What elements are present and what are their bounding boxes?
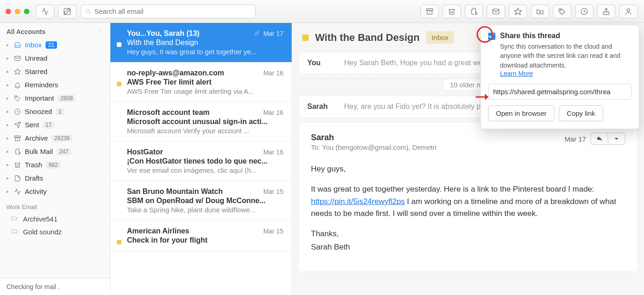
count-badge: 26236: [52, 135, 72, 142]
disclosure-icon: ▸: [6, 162, 11, 167]
svg-rect-4: [427, 10, 432, 14]
sidebar-item-drafts[interactable]: ▸Drafts: [3, 171, 107, 185]
sidebar-item-unread[interactable]: ▸Unread: [3, 51, 107, 65]
accounts-dropdown-icon[interactable]: [97, 28, 104, 35]
maximize-window-button[interactable]: [24, 9, 29, 14]
thread-date: Mar 16: [263, 69, 283, 77]
sidebar-item-label: Reminders: [25, 81, 58, 89]
svg-point-10: [560, 9, 561, 10]
archive-button[interactable]: [420, 5, 439, 18]
message-from: Sarah: [311, 133, 437, 142]
sidebar-item-label: Inbox: [25, 41, 42, 49]
sidebar-item-trash[interactable]: ▸Trash682: [3, 158, 107, 171]
learn-more-link[interactable]: Learn More: [500, 70, 533, 77]
profile-button[interactable]: [619, 5, 638, 18]
disclosure-icon: ▸: [6, 149, 11, 154]
chevron-down-icon[interactable]: [608, 133, 625, 144]
folder-chip[interactable]: Inbox: [426, 31, 454, 44]
thread-date: Mar 16: [263, 148, 283, 156]
thread-item[interactable]: HostGatorMar 16¡Con HostGator tienes tod…: [110, 142, 292, 181]
spam-button[interactable]: [465, 5, 483, 18]
reply-dropdown[interactable]: [591, 133, 625, 145]
share-url[interactable]: https://shared.getmailspring.com/threa: [488, 84, 632, 100]
share-checkbox[interactable]: [488, 33, 495, 40]
disclosure-icon: ▸: [6, 189, 11, 194]
label-button[interactable]: [553, 5, 571, 18]
thread-from: Microsoft account team: [127, 108, 210, 117]
thread-date: Mar 16: [263, 109, 283, 116]
thread-subject: Check in for your flight: [127, 236, 283, 244]
thread-item[interactable]: You...You, Sarah (13)Mar 17With the Band…: [110, 23, 292, 62]
message-body: Hey guys, It was great to get together y…: [311, 163, 625, 253]
sidebar-item-label: Unread: [25, 54, 47, 62]
svg-marker-15: [14, 68, 20, 74]
thread-subject: Microsoft account unusual sign-in acti..…: [127, 118, 283, 126]
thread-color-tag: [302, 34, 309, 41]
thread-item[interactable]: San Bruno Mountain WatchMar 15SBM on Ope…: [110, 181, 292, 221]
copy-link-button[interactable]: Copy link: [559, 105, 603, 121]
thread-item[interactable]: Microsoft account teamMar 16Microsoft ac…: [110, 102, 292, 142]
sidebar-item-starred[interactable]: ▸Starred: [3, 65, 107, 78]
mail-icon: [13, 55, 22, 62]
unread-indicator: [117, 82, 121, 86]
folder-icon: [11, 227, 20, 236]
sidebar-item-label: Bulk Mail: [25, 148, 53, 155]
sidebar-item-label: Snoozed: [25, 108, 52, 115]
svg-point-13: [627, 9, 630, 11]
thread-date: Mar 15: [263, 188, 283, 195]
clock-icon: [13, 108, 22, 115]
sidebar-item-important[interactable]: ▸Important2609: [3, 91, 107, 105]
thread-snippet: Hey guys, It was great to get together y…: [127, 48, 283, 56]
subfolder-item[interactable]: Archive541: [3, 212, 107, 225]
activity-button[interactable]: [36, 5, 54, 18]
tag-icon: [13, 95, 22, 102]
trash-button[interactable]: [443, 5, 461, 18]
share-button[interactable]: [597, 5, 615, 18]
window-controls: [5, 9, 34, 14]
thread-item[interactable]: American AirlinesMar 15Check in for your…: [110, 221, 292, 251]
thread-subject: With the Band Design: [127, 39, 283, 47]
trash-icon: [13, 161, 22, 169]
sidebar-item-reminders[interactable]: ▸Reminders: [3, 78, 107, 91]
count-badge: 247: [57, 148, 71, 155]
search-field[interactable]: [81, 5, 256, 18]
activity-icon: [13, 188, 22, 195]
svg-line-2: [89, 12, 91, 14]
sidebar-item-sent[interactable]: ▸Sent17: [3, 118, 107, 131]
thread-item[interactable]: no-reply-aws@amazon.comMar 16AWS Free Ti…: [110, 62, 292, 102]
thread-snippet: Microsoft account Verify your account ..…: [127, 127, 283, 135]
move-folder-button[interactable]: [531, 5, 549, 18]
sidebar-item-label: Archive: [25, 134, 48, 142]
star-icon: [13, 68, 22, 75]
search-input[interactable]: [94, 7, 252, 15]
disclosure-icon: ▸: [6, 42, 11, 47]
compose-button[interactable]: [58, 5, 76, 18]
unread-indicator: [117, 42, 121, 47]
collapsed-sender: Sarah: [307, 102, 330, 111]
open-in-browser-button[interactable]: Open in browser: [488, 105, 554, 121]
subfolder-item[interactable]: Gold soundz: [3, 225, 107, 238]
sidebar-item-bulk-mail[interactable]: ▸Bulk Mail247: [3, 145, 107, 158]
thread-from: no-reply-aws@amazon.com: [127, 69, 224, 77]
collapsed-sender: You: [307, 59, 330, 67]
star-button[interactable]: [509, 5, 527, 18]
reply-icon[interactable]: [591, 133, 608, 144]
mark-unread-button[interactable]: [487, 5, 505, 18]
sidebar-item-label: Starred: [25, 68, 47, 75]
close-window-button[interactable]: [6, 9, 11, 14]
sidebar-item-inbox[interactable]: ▸Inbox21: [3, 38, 107, 51]
sidebar-item-label: Important: [25, 94, 54, 102]
sidebar-item-archive[interactable]: ▸Archive26236: [3, 131, 107, 145]
thread-title: With the Band Design: [315, 32, 420, 44]
status-bar: Checking for mail .: [0, 278, 110, 295]
sidebar-item-activity[interactable]: ▸Activity: [3, 185, 107, 198]
thread-subject: SBM on OpenRoad w/ Doug McConne...: [127, 197, 283, 205]
pinterest-link[interactable]: https://pin.it/5js24rewyfl2ps: [311, 197, 405, 206]
share-desc: Sync this conversation to the cloud and …: [500, 42, 632, 70]
message-date: Mar 17: [564, 135, 586, 143]
attachment-icon: [254, 30, 260, 38]
snooze-button[interactable]: [575, 5, 593, 18]
minimize-window-button[interactable]: [15, 9, 20, 14]
sidebar-item-snoozed[interactable]: ▸Snoozed1: [3, 105, 107, 118]
search-icon: [85, 8, 92, 15]
